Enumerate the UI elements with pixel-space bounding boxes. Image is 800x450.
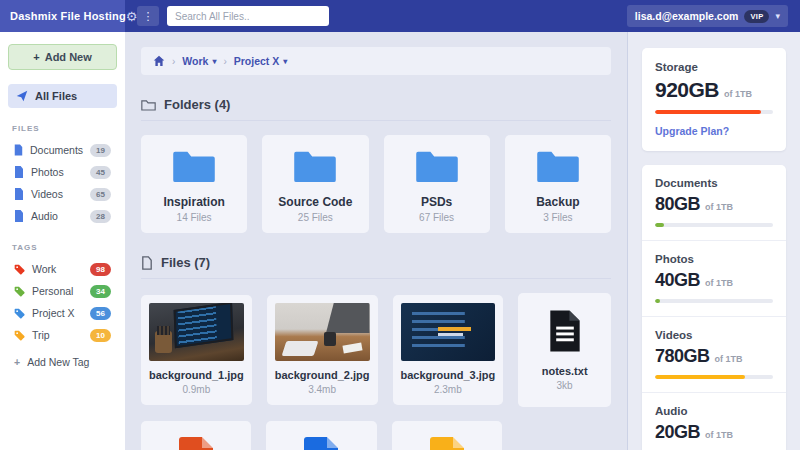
folder-name: Source Code bbox=[268, 195, 362, 209]
folder-card-source-code[interactable]: Source Code 25 Files bbox=[262, 135, 368, 233]
folder-name: PSDs bbox=[390, 195, 484, 209]
file-icon bbox=[14, 210, 24, 222]
top-header: Dashmix File Hosting ⚙ ⋮ lisa.d@example.… bbox=[0, 0, 800, 32]
files-heading: Files (7) bbox=[161, 255, 210, 270]
folder-icon bbox=[414, 149, 460, 183]
upgrade-plan-link[interactable]: Upgrade Plan? bbox=[655, 125, 729, 137]
folders-section-header: Folders (4) bbox=[141, 97, 611, 121]
sidebar-item-documents[interactable]: Documents 19 bbox=[8, 139, 117, 161]
breadcrumb-item-work[interactable]: Work▾ bbox=[182, 55, 216, 67]
quota-capacity: of 1TB bbox=[715, 354, 743, 364]
sidebar-tag-work[interactable]: Work 98 bbox=[8, 258, 117, 280]
quota-progress-fill bbox=[655, 299, 660, 303]
file-icon bbox=[14, 188, 24, 200]
file-card-background-3[interactable]: background_3.jpg 2.3mb bbox=[393, 295, 504, 405]
count-badge: 28 bbox=[90, 210, 111, 223]
quota-label: Videos bbox=[655, 329, 773, 341]
home-icon[interactable] bbox=[153, 55, 165, 67]
more-options-button[interactable]: ⋮ bbox=[137, 6, 159, 26]
sidebar-item-videos[interactable]: Videos 65 bbox=[8, 183, 117, 205]
quota-label: Photos bbox=[655, 253, 773, 265]
storage-card: Storage 920GB of 1TB Upgrade Plan? bbox=[642, 48, 786, 151]
file-thumbnail bbox=[401, 303, 496, 361]
folder-icon bbox=[171, 149, 217, 183]
header-toolbar: ⋮ lisa.d@example.com VIP ▾ bbox=[125, 0, 800, 32]
chevron-down-icon: ▾ bbox=[283, 57, 287, 66]
quota-audio: Audio 20GB of 1TB bbox=[642, 393, 786, 450]
tag-icon bbox=[14, 264, 25, 275]
powerpoint-file-icon: P bbox=[430, 437, 464, 450]
brand-area: Dashmix File Hosting ⚙ bbox=[0, 0, 125, 32]
tag-icon bbox=[14, 286, 25, 297]
storage-capacity: of 1TB bbox=[724, 89, 752, 99]
file-size: 3.4mb bbox=[275, 384, 370, 395]
file-thumbnail bbox=[149, 303, 244, 361]
files-row-1: background_1.jpg 0.9mb background_2.jpg … bbox=[141, 293, 611, 407]
app-window: Dashmix File Hosting ⚙ ⋮ lisa.d@example.… bbox=[0, 0, 800, 450]
add-new-button[interactable]: + Add New bbox=[8, 44, 117, 70]
nav-label: Audio bbox=[31, 210, 83, 222]
folder-meta: 3 Files bbox=[511, 212, 605, 223]
tags-section-label: TAGS bbox=[12, 243, 113, 252]
quota-documents: Documents 80GB of 1TB bbox=[642, 165, 786, 241]
user-menu-button[interactable]: lisa.d@example.com VIP ▾ bbox=[627, 5, 788, 27]
file-card-presentation[interactable]: P Presentation.ppt bbox=[392, 421, 502, 450]
file-icon bbox=[14, 144, 23, 156]
add-new-label: Add New bbox=[45, 51, 92, 63]
quota-capacity: of 1TB bbox=[705, 202, 733, 212]
file-card-notes[interactable]: notes.txt 3kb bbox=[518, 293, 611, 407]
breadcrumb-separator: › bbox=[223, 56, 226, 67]
search-input[interactable] bbox=[167, 6, 329, 26]
quota-label: Documents bbox=[655, 177, 773, 189]
nav-label: Work bbox=[32, 263, 83, 275]
nav-label: Documents bbox=[30, 144, 83, 156]
text-file-icon bbox=[547, 309, 583, 353]
folder-meta: 67 Files bbox=[390, 212, 484, 223]
count-badge: 65 bbox=[90, 188, 111, 201]
file-card-background-2[interactable]: background_2.jpg 3.4mb bbox=[267, 295, 378, 405]
plus-icon: + bbox=[14, 356, 20, 368]
sidebar-tag-project-x[interactable]: Project X 56 bbox=[8, 302, 117, 324]
tag-icon bbox=[14, 330, 25, 341]
app-body: + Add New All Files FILES Documents 19 P… bbox=[0, 32, 800, 450]
folder-meta: 14 Files bbox=[147, 212, 241, 223]
breadcrumb: › Work▾ › Project X▾ bbox=[141, 47, 611, 75]
file-card-spreadsheet[interactable]: X Accounting.xlsx bbox=[141, 421, 251, 450]
sidebar-item-audio[interactable]: Audio 28 bbox=[8, 205, 117, 227]
sidebar-item-all-files[interactable]: All Files bbox=[8, 84, 117, 108]
quota-value: 80GB bbox=[655, 194, 700, 215]
quota-progress-track bbox=[655, 299, 773, 303]
sidebar-tag-personal[interactable]: Personal 34 bbox=[8, 280, 117, 302]
folder-name: Backup bbox=[511, 195, 605, 209]
main-content: › Work▾ › Project X▾ Folders (4) Inspira… bbox=[125, 32, 627, 450]
count-badge: 34 bbox=[90, 285, 111, 298]
quota-capacity: of 1TB bbox=[705, 430, 733, 440]
app-title: Dashmix File Hosting bbox=[10, 10, 126, 22]
file-card-background-1[interactable]: background_1.jpg 0.9mb bbox=[141, 295, 252, 405]
folder-card-inspiration[interactable]: Inspiration 14 Files bbox=[141, 135, 247, 233]
file-icon bbox=[14, 166, 24, 178]
count-badge: 98 bbox=[90, 263, 111, 276]
count-badge: 10 bbox=[90, 329, 111, 342]
sidebar-tag-trip[interactable]: Trip 10 bbox=[8, 324, 117, 346]
chevron-down-icon: ▾ bbox=[775, 11, 780, 21]
nav-label: Videos bbox=[31, 188, 83, 200]
file-card-word-doc[interactable]: W Proposal.doc bbox=[266, 421, 376, 450]
add-tag-label: Add New Tag bbox=[27, 356, 89, 368]
nav-label: Trip bbox=[32, 329, 83, 341]
count-badge: 56 bbox=[90, 307, 111, 320]
quota-label: Audio bbox=[655, 405, 773, 417]
breadcrumb-item-project-x[interactable]: Project X▾ bbox=[234, 55, 288, 67]
folder-card-psds[interactable]: PSDs 67 Files bbox=[384, 135, 490, 233]
nav-label: Project X bbox=[32, 307, 83, 319]
folder-card-backup[interactable]: Backup 3 Files bbox=[505, 135, 611, 233]
quota-value: 780GB bbox=[655, 346, 710, 367]
count-badge: 19 bbox=[90, 144, 111, 157]
add-new-tag-button[interactable]: + Add New Tag bbox=[8, 356, 117, 368]
vip-badge: VIP bbox=[744, 10, 769, 23]
files-section-header: Files (7) bbox=[141, 255, 611, 279]
excel-file-icon: X bbox=[179, 437, 213, 450]
sidebar-item-photos[interactable]: Photos 45 bbox=[8, 161, 117, 183]
folder-icon bbox=[535, 149, 581, 183]
files-row-2: X Accounting.xlsx W Proposal.doc P Prese… bbox=[141, 421, 611, 450]
